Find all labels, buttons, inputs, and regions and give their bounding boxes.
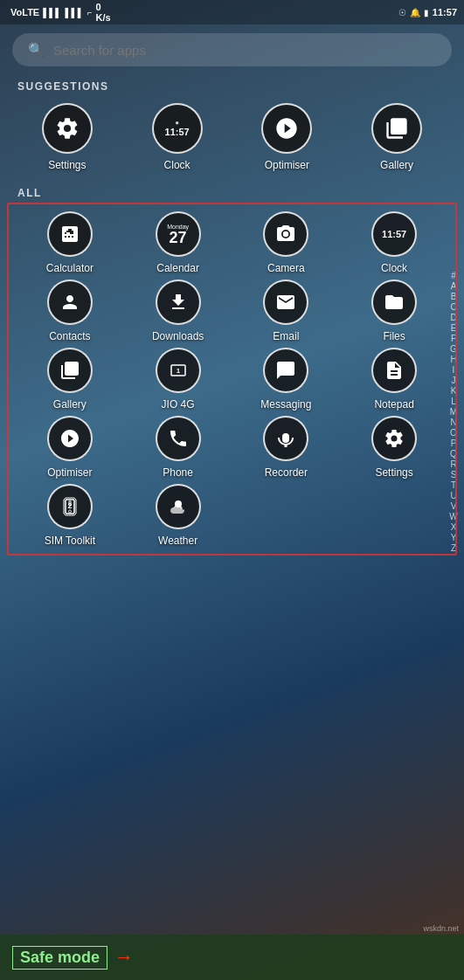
app-clock[interactable]: 11:57 Clock bbox=[340, 211, 448, 274]
svg-rect-2 bbox=[282, 433, 289, 443]
svg-text:2: 2 bbox=[67, 501, 72, 510]
optimiser-icon-circle bbox=[261, 103, 312, 154]
gallery2-label: Gallery bbox=[53, 398, 87, 411]
jio4g-icon: 1 bbox=[168, 360, 189, 381]
app-jio4g[interactable]: 1 JIO 4G bbox=[124, 348, 232, 411]
app-camera[interactable]: Camera bbox=[232, 211, 341, 274]
downloads-icon-circle bbox=[156, 280, 201, 325]
search-input[interactable] bbox=[53, 43, 436, 58]
calculator-label: Calculator bbox=[46, 262, 93, 274]
status-right: ☉ 🔔 ▮ 11:57 bbox=[398, 7, 457, 17]
app-notepad[interactable]: Notepad bbox=[340, 348, 448, 411]
email-label: Email bbox=[273, 330, 299, 342]
weather-label: Weather bbox=[158, 535, 197, 547]
phone-label: Phone bbox=[163, 466, 193, 479]
safe-mode-bar: Safe mode → bbox=[0, 935, 464, 980]
notepad-icon bbox=[384, 360, 405, 381]
optimiser2-icon-circle bbox=[47, 416, 93, 461]
settings-icon-circle bbox=[42, 103, 93, 154]
notepad-icon-circle bbox=[371, 348, 417, 393]
app-weather[interactable]: Weather bbox=[124, 484, 232, 547]
status-left: VoLTE ▌▌▌ ▌▌▌ ⌐ 0K/s bbox=[10, 2, 111, 23]
gallery2-icon-circle bbox=[47, 348, 93, 393]
messaging-icon-circle bbox=[263, 348, 308, 393]
status-bar: VoLTE ▌▌▌ ▌▌▌ ⌐ 0K/s ☉ 🔔 ▮ 11:57 bbox=[0, 0, 464, 24]
app-gallery[interactable]: Gallery bbox=[16, 348, 124, 411]
svg-text:1: 1 bbox=[176, 367, 180, 375]
jio4g-icon-circle: 1 bbox=[156, 348, 201, 393]
watermark: wskdn.net bbox=[423, 924, 459, 933]
app-contacts[interactable]: Contacts bbox=[16, 280, 124, 342]
calendar-day-num: 27 bbox=[170, 230, 187, 245]
apps-grid-container: Calculator Monday 27 Calendar bbox=[7, 203, 457, 556]
app-settings[interactable]: Settings bbox=[340, 416, 448, 479]
app-messaging[interactable]: Messaging bbox=[232, 348, 341, 411]
data-speed: 0K/s bbox=[96, 2, 111, 23]
app-simtoolkit[interactable]: 2 SIM Toolkit bbox=[16, 484, 124, 547]
camera-icon bbox=[275, 224, 296, 245]
clock2-label: Clock bbox=[381, 262, 407, 274]
app-downloads[interactable]: Downloads bbox=[124, 280, 232, 342]
files-label: Files bbox=[383, 330, 405, 342]
gallery-icon-circle bbox=[371, 103, 422, 154]
app-files[interactable]: Files bbox=[340, 280, 448, 342]
calendar-display: Monday 27 bbox=[167, 224, 189, 245]
time-display: 11:57 bbox=[433, 7, 457, 17]
notification-icon: 🔔 bbox=[410, 8, 420, 17]
clock-time-display: ● 11:57 bbox=[165, 120, 190, 138]
phone-icon-circle bbox=[156, 416, 201, 461]
contacts-icon-circle bbox=[47, 280, 93, 325]
battery-icon: ▮ bbox=[424, 8, 429, 17]
calendar-label: Calendar bbox=[156, 262, 199, 274]
search-icon: 🔍 bbox=[28, 42, 45, 58]
email-icon-circle bbox=[263, 280, 308, 325]
app-calculator[interactable]: Calculator bbox=[16, 211, 124, 274]
gallery2-icon bbox=[59, 360, 80, 381]
apps-grid: Calculator Monday 27 Calendar bbox=[12, 211, 452, 547]
suggestions-row: Settings ● 11:57 Clock Optimiser bbox=[0, 96, 464, 182]
weather-icon-circle bbox=[156, 484, 201, 529]
suggestion-clock[interactable]: ● 11:57 Clock bbox=[142, 103, 212, 171]
simtoolkit-icon-circle: 2 bbox=[47, 484, 93, 529]
safe-mode-label: Safe mode bbox=[12, 946, 107, 970]
app-calendar[interactable]: Monday 27 Calendar bbox=[124, 211, 232, 274]
app-email[interactable]: Email bbox=[232, 280, 341, 342]
messaging-label: Messaging bbox=[260, 398, 311, 411]
calculator-icon-circle bbox=[47, 211, 93, 257]
recorder-icon bbox=[275, 428, 296, 449]
suggestion-settings[interactable]: Settings bbox=[32, 103, 102, 171]
app-phone[interactable]: Phone bbox=[124, 416, 232, 479]
jio4g-label: JIO 4G bbox=[162, 398, 195, 411]
location-icon: ☉ bbox=[398, 8, 406, 17]
messaging-icon bbox=[275, 360, 296, 381]
files-icon-circle bbox=[371, 280, 417, 325]
files-icon bbox=[384, 292, 405, 313]
optimiser-icon bbox=[274, 116, 299, 141]
calculator-icon bbox=[59, 224, 80, 245]
settings-label: Settings bbox=[48, 159, 86, 171]
suggestions-label: SUGGESTIONS bbox=[0, 75, 464, 96]
safe-mode-arrow: → bbox=[114, 946, 134, 969]
suggestion-gallery[interactable]: Gallery bbox=[362, 103, 432, 171]
gallery-icon bbox=[384, 116, 409, 141]
gallery-sugg-label: Gallery bbox=[380, 159, 413, 171]
simtoolkit-icon: 2 bbox=[59, 496, 80, 517]
optimiser2-icon bbox=[59, 428, 80, 449]
downloads-label: Downloads bbox=[152, 330, 204, 342]
settings2-label: Settings bbox=[375, 466, 412, 479]
notepad-label: Notepad bbox=[374, 398, 413, 411]
all-label: ALL bbox=[0, 182, 464, 203]
settings2-icon bbox=[384, 428, 405, 449]
email-icon bbox=[275, 292, 296, 313]
contacts-icon bbox=[59, 292, 80, 313]
camera-label: Camera bbox=[267, 262, 305, 274]
suggestion-optimiser[interactable]: Optimiser bbox=[252, 103, 322, 171]
app-optimiser[interactable]: Optimiser bbox=[16, 416, 124, 479]
clock-icon-circle: ● 11:57 bbox=[152, 103, 203, 154]
search-bar[interactable]: 🔍 bbox=[12, 33, 452, 66]
all-apps-section: Calculator Monday 27 Calendar bbox=[0, 203, 464, 980]
recorder-icon-circle bbox=[263, 416, 308, 461]
camera-icon-circle bbox=[263, 211, 308, 257]
signal-icon: ▌▌▌ bbox=[43, 8, 61, 17]
app-recorder[interactable]: Recorder bbox=[232, 416, 341, 479]
